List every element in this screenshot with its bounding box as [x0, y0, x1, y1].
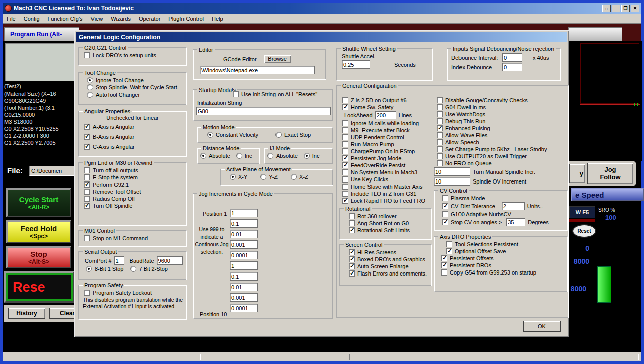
jog-increment-input[interactable] [230, 219, 258, 228]
checkbox-use-init-string[interactable]: Use Init String on ALL "Resets" [232, 91, 318, 97]
cv-dist-input[interactable] [502, 202, 525, 210]
resize-icon[interactable]: ↔ [602, 5, 611, 12]
radio-plane-xy[interactable]: X-Y [230, 174, 247, 180]
spindle-incr-input[interactable] [434, 167, 470, 176]
jog-increment-input[interactable] [230, 230, 258, 238]
checkbox-turn-off-spindle[interactable]: Turn Off Spindle [84, 203, 184, 209]
checkbox-run-macro-pump[interactable]: Run Macro Pump [342, 141, 432, 147]
checkbox-plasma-mode[interactable]: Plasma Mode [442, 195, 565, 201]
radio-plane-yz[interactable]: Y-Z [260, 174, 278, 180]
radio-ignore-tool-change[interactable]: Ignore Tool Change [87, 77, 184, 83]
checkbox-include-tlo[interactable]: Include TLO in Z from G31 [342, 191, 432, 197]
checkbox-rotational-soft-limits[interactable]: Rotational Soft Limits [349, 227, 429, 233]
file-path-field[interactable]: C:\Documen [29, 166, 74, 176]
checkbox-turn-off-outputs[interactable]: Turn off all outputs [84, 167, 184, 173]
radio-7bit-2stop[interactable]: 7 Bit 2-Stop [130, 266, 167, 272]
checkbox-rot-360[interactable]: Rot 360 rollover [349, 213, 429, 219]
radio-distance-inc[interactable]: Inc [236, 153, 252, 159]
spindle-reset-button[interactable]: Reset [572, 224, 596, 238]
editor-path-input[interactable] [200, 66, 315, 74]
reset-button[interactable]: Rese [4, 271, 74, 303]
radio-ij-absolute[interactable]: Absolute [267, 153, 298, 159]
stop-button[interactable]: Stop <Alt-S> [6, 246, 71, 268]
checkbox-estop-system[interactable]: E-Stop the system [84, 174, 184, 180]
checkbox-remove-tool-offset[interactable]: Remove Tool Offset [84, 189, 184, 195]
lookahead-input[interactable] [375, 111, 396, 119]
feed-hold-button[interactable]: Feed Hold <Spc> [6, 220, 71, 243]
checkbox-charge-pump-5khz[interactable]: Set Charge Pump to 5Khz - Laser Stndby [437, 146, 568, 152]
close-button[interactable]: ✕ [631, 5, 639, 12]
menu-file[interactable]: File [3, 15, 20, 23]
minimize-button[interactable]: _ [612, 5, 620, 12]
checkbox-enhanced-pulsing[interactable]: Enhanced Pulsing [437, 125, 568, 131]
checkbox-ignore-m-calls[interactable]: Ignore M calls while loading [342, 120, 432, 126]
jog-increment-input[interactable] [230, 251, 258, 259]
jog-increment-input[interactable] [230, 293, 258, 302]
checkbox-home-slave[interactable]: Home Slave with Master Axis [342, 184, 432, 190]
menu-help[interactable]: Help [208, 15, 227, 23]
spindle-cw-button[interactable]: W F5 [569, 206, 595, 218]
checkbox-auto-screen-enlarge[interactable]: Auto Screen Enlarge [349, 263, 429, 269]
shuttle-accel-input[interactable] [342, 60, 370, 69]
checkbox-ang-short-rot[interactable]: Ang Short Rot on G0 [349, 220, 429, 226]
browse-button[interactable]: Browse [264, 55, 291, 63]
jog-increment-input[interactable] [230, 304, 258, 312]
checkbox-m9-execute[interactable]: M9- Execute after Block [342, 127, 432, 133]
checkbox-program-safety-lockout[interactable]: Program Safety Lockout [84, 290, 184, 296]
checkbox-a-axis-angular[interactable]: A-Axis is Angular [84, 124, 184, 130]
checkbox-flash-errors[interactable]: Flash Errors and comments. [349, 270, 429, 277]
ok-button[interactable]: OK [523, 321, 561, 332]
checkbox-c-axis-angular[interactable]: C-Axis is Angular [84, 144, 184, 150]
checkbox-g04-dwell[interactable]: G04 Dwell in ms [437, 104, 568, 110]
checkbox-copy-g54[interactable]: Copy G54 from G59.253 on startup [441, 269, 565, 276]
tab-partial[interactable] [568, 27, 622, 41]
checkbox-optional-offset-save[interactable]: Optional Offset Save [446, 248, 565, 254]
radio-plane-xz[interactable]: X-Z [291, 174, 308, 180]
toolpath-display[interactable] [571, 41, 642, 161]
checkbox-boxed-dros[interactable]: Boxed DRO's and Graphics [349, 256, 429, 262]
checkbox-lock-dros[interactable]: Lock DRO's to setup units [84, 52, 184, 58]
radio-ij-inc[interactable]: Inc [304, 153, 320, 159]
spindle-ov-input[interactable] [434, 177, 470, 186]
checkbox-cv-dist-tolerance[interactable]: CV Dist Tolerance [442, 203, 495, 209]
radio-8bit-1stop[interactable]: 8-Bit 1 Stop [86, 266, 123, 272]
checkbox-g100-nurbs[interactable]: G100 Adaptive NurbsCV [442, 211, 565, 217]
init-string-input[interactable] [196, 107, 331, 115]
checkbox-feedoverride-persist[interactable]: FeedOverRide Persist [342, 162, 432, 168]
radio-stop-spindle[interactable]: Stop Spindle. Wait for Cycle Start. [87, 84, 184, 90]
checkbox-debug-this-run[interactable]: Debug This Run [437, 118, 568, 124]
checkbox-tool-selections-persistent[interactable]: Tool Selections Persistent. [446, 241, 565, 247]
checkbox-allow-wave-files[interactable]: Allow Wave Files [437, 132, 568, 138]
checkbox-udp-pendant[interactable]: UDP Pendent Control [342, 134, 432, 140]
checkbox-use-key-clicks[interactable]: Use Key Clicks [342, 176, 432, 183]
maximize-button[interactable]: ❐ [621, 5, 630, 12]
history-button[interactable]: History [8, 308, 45, 319]
dialog-title-bar[interactable]: General Logic Configuration [76, 32, 567, 42]
checkbox-chargepump-estop[interactable]: ChargePump On in EStop [342, 148, 432, 154]
checkbox-disable-gouge[interactable]: Disable Gouge/Concavity Checks [437, 97, 568, 103]
baudrate-input[interactable] [157, 256, 183, 265]
radio-autotool-changer[interactable]: AutoTool Changer [87, 92, 184, 98]
index-debounce-input[interactable] [502, 63, 522, 71]
checkbox-perform-g92[interactable]: Perform G92.1 [84, 181, 184, 188]
checkbox-hires-screens[interactable]: Hi-Res Screens [349, 249, 429, 255]
cycle-start-button[interactable]: Cycle Start <Alt-R> [6, 188, 71, 217]
menu-view[interactable]: View [87, 15, 107, 23]
menu-operator[interactable]: Operator [135, 15, 164, 23]
checkbox-output20-dwell[interactable]: Use OUTPUT20 as Dwell Trigger [437, 153, 568, 159]
checkbox-allow-speech[interactable]: Allow Speech [437, 139, 568, 145]
checkbox-stop-on-m1[interactable]: Stop on M1 Command [84, 235, 184, 241]
radio-exact-stop[interactable]: Exact Stop [275, 132, 311, 138]
checkbox-lock-rapid-fro[interactable]: Lock Rapid FRO to Feed FRO [342, 198, 432, 204]
checkbox-persistent-offsets[interactable]: Persistent Offsets [441, 255, 565, 261]
checkbox-radius-comp-off[interactable]: Radius Comp Off [84, 196, 184, 202]
radio-distance-absolute[interactable]: Absolute [200, 153, 230, 159]
jog-follow-button[interactable]: Jog Follow [587, 163, 633, 184]
gcode-list[interactable]: (Test2) (Material Size) (X=16 G90G80G21G… [4, 83, 74, 146]
menu-function-cfgs[interactable]: Function Cfg's [44, 15, 87, 23]
checkbox-no-fro-queue[interactable]: No FRO on Queue [437, 160, 568, 166]
menu-config[interactable]: Config [20, 15, 44, 23]
checkbox-home-sw-safety[interactable]: Home Sw. Safety [342, 104, 432, 110]
jog-increment-input[interactable] [230, 261, 258, 270]
radio-constant-velocity[interactable]: Constant Velocity [207, 132, 258, 138]
